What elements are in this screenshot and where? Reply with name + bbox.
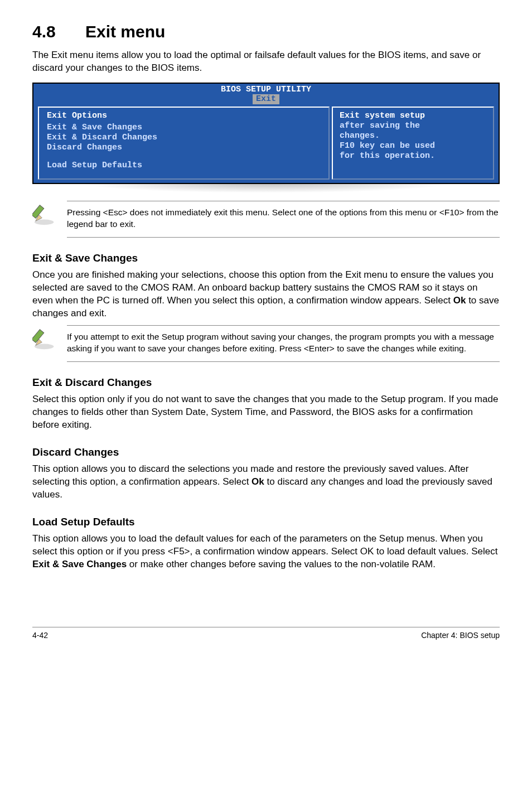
bios-help-line: changes. [340, 131, 487, 141]
note-box: Pressing <Esc> does not immediately exit… [32, 201, 500, 238]
bios-help-line: F10 key can be used [340, 141, 487, 151]
pencil-icon [32, 201, 67, 229]
bios-help-line: after saving the [340, 121, 487, 131]
bios-menu-item[interactable]: Load Setup Defaults [47, 161, 323, 171]
pencil-icon [32, 325, 67, 353]
section-body: This option allows you to discard the se… [32, 463, 500, 501]
bios-help-panel: Exit system setup after saving the chang… [332, 107, 494, 180]
section-heading: Load Setup Defaults [32, 516, 500, 528]
page-footer: 4-42 Chapter 4: BIOS setup [32, 627, 500, 640]
bios-tab-row: Exit [33, 94, 499, 104]
bios-left-title: Exit Options [47, 111, 323, 120]
section-body: Select this option only if you do not wa… [32, 393, 500, 432]
bios-header: BIOS SETUP UTILITY [33, 84, 499, 94]
heading-number: 4.8 [32, 22, 85, 41]
page-heading: 4.8Exit menu [32, 22, 500, 41]
bios-help-line: for this operation. [340, 151, 487, 161]
shadow-decoration [32, 183, 500, 195]
section-body: This option allows you to load the defau… [32, 533, 500, 571]
note-text: Pressing <Esc> does not immediately exit… [67, 201, 500, 238]
intro-paragraph: The Exit menu items allow you to load th… [32, 49, 500, 75]
section-body: Once you are finished making your select… [32, 269, 500, 320]
bios-menu-item[interactable]: Discard Changes [47, 143, 323, 153]
note-text: If you attempt to exit the Setup program… [67, 325, 500, 362]
page-number: 4-42 [32, 631, 48, 640]
section-heading: Discard Changes [32, 446, 500, 458]
section-heading: Exit & Save Changes [32, 252, 500, 264]
bios-menu-item[interactable]: Exit & Discard Changes [47, 133, 323, 143]
bios-left-panel: Exit Options Exit & Save Changes Exit & … [38, 107, 330, 180]
bios-tab-exit: Exit [253, 94, 279, 104]
note-box: If you attempt to exit the Setup program… [32, 325, 500, 362]
bios-menu-item[interactable]: Exit & Save Changes [47, 123, 323, 133]
chapter-label: Chapter 4: BIOS setup [421, 631, 500, 640]
section-heading: Exit & Discard Changes [32, 376, 500, 389]
heading-title: Exit menu [85, 22, 165, 41]
bios-screenshot: BIOS SETUP UTILITY Exit Exit Options Exi… [32, 83, 500, 184]
bios-help-line: Exit system setup [340, 111, 487, 121]
